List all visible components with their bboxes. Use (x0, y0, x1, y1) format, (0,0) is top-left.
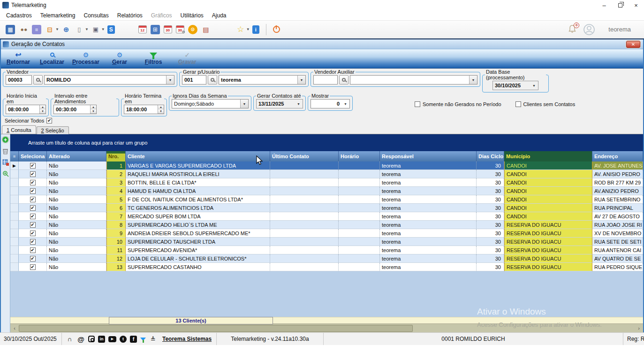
data-base-picker[interactable]: 30/10/2025▼ (492, 81, 538, 90)
mostrar-combo[interactable]: 0▼ (311, 99, 350, 108)
power-icon[interactable] (273, 26, 280, 33)
table-row[interactable]: ▶✔Não1VARGAS E VARGAS SUPERMERCADO LTDAt… (10, 161, 643, 170)
column-header-hora-rio[interactable]: Horário (339, 151, 380, 161)
spin-up-icon[interactable]: ▲ (158, 105, 164, 109)
table-row[interactable]: ✔Não12LOJA DE CELULAR - SCHULTER ELETRON… (10, 254, 643, 263)
gerar-button[interactable]: ⚙Gerar (105, 51, 134, 65)
row-checkbox[interactable]: ✔ (30, 231, 36, 236)
processar-button[interactable]: ⚙Processar (71, 51, 100, 65)
table-row[interactable]: ✔Não7MERCADO SUPER BOM LTDAteorema30CAND… (10, 212, 643, 221)
gerar-usuario-code-input[interactable]: 001 (182, 75, 206, 85)
chevron-down-icon[interactable]: ▼ (85, 27, 89, 31)
chevron-down-icon[interactable]: ▼ (240, 100, 248, 108)
localizar-button[interactable]: Localizar (38, 51, 67, 65)
chevron-down-icon[interactable]: ▼ (246, 27, 250, 31)
somente-nao-gerados-checkbox[interactable]: Somente não Gerados no Período (415, 101, 501, 107)
scroll-left-icon[interactable]: ‹ (10, 324, 19, 332)
globe-icon[interactable]: ⊕ (61, 25, 71, 34)
minimize-button[interactable]: – (596, 0, 612, 10)
scrollbar-thumb[interactable] (19, 325, 413, 332)
menu-item-cadastros[interactable]: Cadastros (2, 11, 36, 20)
facebook-icon[interactable]: f (130, 336, 137, 343)
calendar-30-icon[interactable]: 30 (164, 25, 172, 33)
intervalo-spinner[interactable]: 00:30:00▲▼ (53, 105, 97, 114)
tab-2-selec-a-o[interactable]: 2 Seleção (37, 126, 69, 134)
column-header-seleciona[interactable]: Seleciona (19, 151, 47, 161)
vendedor-search-button[interactable] (33, 75, 43, 85)
computer-icon[interactable]: ▦ (6, 25, 15, 34)
chevron-down-icon[interactable]: ▼ (469, 76, 477, 84)
scroll-right-icon[interactable]: › (635, 324, 643, 332)
spin-up-icon[interactable]: ▲ (91, 105, 96, 109)
clientes-sem-contatos-checkbox[interactable]: Clientes sem Contatos (515, 101, 576, 107)
column-options-icon[interactable]: ≡ (10, 151, 19, 161)
graduation-cap-icon[interactable]: ≜ (149, 335, 157, 343)
table-row[interactable]: ✔Não11SUPERMERCADO AVENIDA*teorema30RESE… (10, 246, 643, 254)
teorema-funnel-icon[interactable] (140, 338, 146, 341)
clock-lock-icon[interactable]: ⊙ (188, 25, 197, 34)
table-row[interactable]: ✔Não10SUPERMERCADO TAUSCHER LTDAteorema3… (10, 238, 643, 246)
chevron-down-icon[interactable]: ▼ (295, 100, 303, 108)
org-chart-icon[interactable]: ⊟ (45, 25, 54, 34)
vendedor-auxiliar-combo[interactable]: ▼ (350, 75, 477, 85)
filtros-button[interactable]: Filtros (139, 51, 168, 65)
gerar-usuario-combo[interactable]: teorema▼ (219, 75, 306, 85)
vendedor-auxiliar-search-button[interactable] (339, 75, 349, 85)
chevron-down-icon[interactable]: ▼ (166, 76, 174, 84)
close-button[interactable]: × (628, 0, 644, 10)
row-checkbox[interactable]: ✔ (30, 222, 36, 228)
menu-item-telemarketing[interactable]: Telemarketing (36, 11, 80, 20)
row-checkbox[interactable]: ✔ (30, 163, 36, 169)
users-icon[interactable]: ☻☻ (19, 25, 28, 34)
s-badge-icon[interactable]: S (107, 25, 115, 34)
row-checkbox[interactable]: ✔ (30, 197, 36, 202)
ignora-dias-combo[interactable]: Domingo;Sábado▼ (172, 99, 249, 108)
selecionar-todos-checkbox[interactable]: ✔ (46, 118, 52, 123)
menu-item-utilita-rios[interactable]: Utilitários (176, 11, 208, 20)
chevron-down-icon[interactable]: ▼ (297, 76, 305, 84)
teorema-sistemas-link[interactable]: Teorema Sistemas (162, 336, 212, 342)
row-checkbox[interactable]: ✔ (30, 239, 36, 245)
calculator-icon[interactable]: ⊞ (151, 25, 160, 34)
grid-save-icon[interactable] (2, 159, 9, 166)
add-icon[interactable]: + (2, 136, 9, 143)
twitter-icon[interactable]: t (120, 336, 127, 343)
book-search-icon[interactable]: ▤ (201, 25, 211, 34)
calendar-clock-icon[interactable]: 12 (138, 25, 147, 33)
vendedor-auxiliar-code-input[interactable] (313, 75, 338, 85)
spin-down-icon[interactable]: ▼ (40, 109, 45, 114)
spin-down-icon[interactable]: ▼ (91, 109, 96, 114)
calendar-gear-icon[interactable]: 30 (176, 25, 184, 33)
tab-1-consulta[interactable]: 1 Consulta (2, 125, 36, 134)
table-row[interactable]: ✔Não8SUPERMERCADO HELIO`S LTDA MEteorema… (10, 221, 643, 229)
spin-up-icon[interactable]: ▲ (40, 105, 45, 109)
chevron-down-icon[interactable]: ▼ (341, 100, 349, 108)
table-row[interactable]: ✔Não5F DE COL IVAITIUK COM DE ALIMENTOS … (10, 195, 643, 204)
chevron-down-icon[interactable]: ▼ (55, 27, 59, 31)
door-icon[interactable]: ▯ (75, 25, 84, 34)
info-icon[interactable]: i (252, 25, 259, 34)
dialog-close-button[interactable]: ✕ (626, 41, 640, 48)
horario-inicia-spinner[interactable]: 08:00:00▲▼ (6, 105, 46, 114)
row-checkbox[interactable]: ✔ (30, 256, 36, 261)
group-by-band[interactable]: Arraste um título de coluna aqui para cr… (10, 134, 643, 151)
row-checkbox[interactable]: ✔ (30, 264, 36, 270)
at-icon[interactable]: @ (77, 335, 85, 343)
retornar-button[interactable]: ↩Retornar (4, 51, 33, 65)
row-checkbox[interactable]: ✔ (30, 247, 36, 253)
table-row[interactable]: ✔Não4HAMUD E HAMUD CIA LTDAteorema30CAND… (10, 187, 643, 195)
instagram-icon[interactable] (88, 336, 95, 342)
row-checkbox[interactable]: ✔ (30, 171, 36, 177)
table-row[interactable]: ✔Não13SUPERMERCADO CASTANHOteorema30RESE… (10, 263, 643, 271)
spin-down-icon[interactable]: ▼ (158, 109, 164, 114)
youtube-icon[interactable]: ▶ (108, 336, 116, 342)
menu-item-consultas[interactable]: Consultas (79, 11, 113, 20)
column-header-enderec-o[interactable]: Endereço (592, 151, 643, 161)
user-avatar-icon[interactable] (583, 23, 595, 36)
printer-icon[interactable]: ▣ (91, 25, 100, 34)
notifications-button[interactable]: 0 (567, 24, 578, 35)
column-header-munici-pio[interactable]: Município (504, 151, 592, 161)
horizontal-scrollbar[interactable]: ‹ › (10, 323, 643, 332)
restore-button[interactable] (612, 0, 628, 10)
chevron-down-icon[interactable]: ▼ (530, 81, 538, 90)
